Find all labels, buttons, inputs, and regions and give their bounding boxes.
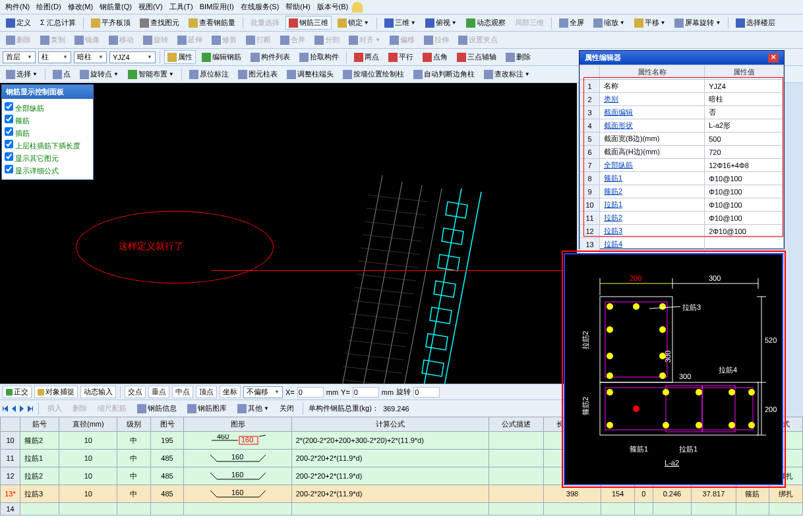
mirror-button[interactable]: 镜像 — [71, 33, 103, 47]
trim-button[interactable]: 修剪 — [208, 33, 240, 47]
nav-first-icon[interactable] — [3, 405, 8, 412]
dyn-button[interactable]: 动态观察 — [463, 16, 509, 30]
nav-next-icon[interactable] — [20, 405, 24, 412]
property-editor[interactable]: 属性编辑器 ✕ 属性名称属性值1名称YJZ42类别暗柱3截面编辑否4截面形状L-… — [579, 50, 785, 249]
pan-button[interactable]: 平移▼ — [631, 16, 669, 30]
property-row[interactable]: 3截面编辑否 — [580, 106, 784, 119]
para-button[interactable]: 平行 — [385, 50, 417, 64]
dyn-toggle[interactable]: 动态输入 — [80, 386, 116, 398]
property-row[interactable]: 9箍筋2Φ10@100 — [580, 185, 784, 198]
code-dropdown[interactable]: YJZ4▼ — [109, 51, 156, 63]
mid-toggle[interactable]: 中点 — [172, 386, 193, 398]
two-button[interactable]: 两点 — [351, 50, 382, 64]
property-row[interactable]: 4截面形状L-a2形 — [580, 119, 784, 133]
cpanel-checkbox[interactable]: 箍筋 — [5, 114, 90, 127]
top-toggle[interactable]: 顶点 — [196, 386, 217, 398]
sum-button[interactable]: Σ 汇总计算 — [37, 16, 79, 30]
table-button[interactable]: 图元柱表 — [235, 67, 281, 81]
property-row[interactable]: 2类别暗柱 — [580, 93, 784, 106]
chk-button[interactable]: 查改标注▼ — [481, 67, 533, 81]
property-row[interactable]: 7全部纵筋12Φ16+4Φ8 — [580, 159, 784, 172]
property-row[interactable]: 13拉筋4 — [580, 238, 784, 251]
prop-button[interactable]: 属性 — [164, 50, 196, 64]
menu-help[interactable]: 帮助(H) — [283, 1, 312, 13]
menu-rebar[interactable]: 钢筋量(Q) — [97, 1, 134, 13]
stretch-button[interactable]: 拉伸 — [421, 33, 452, 47]
wall-button[interactable]: 按墙位置绘制柱 — [340, 67, 407, 81]
cpanel-checkbox[interactable]: 全部纵筋 — [5, 102, 90, 114]
adjust-button[interactable]: 调整柱端头 — [283, 67, 337, 81]
insert-button[interactable]: 插入 — [44, 401, 65, 415]
full-button[interactable]: 全屏 — [556, 16, 587, 30]
rot-input[interactable] — [413, 387, 440, 398]
nav-prev-icon[interactable] — [12, 405, 16, 412]
perp-toggle[interactable]: 垂点 — [148, 386, 169, 398]
property-row[interactable]: 6截面高(H边)(mm)720 — [580, 146, 784, 159]
zoom-button[interactable]: 缩放▼ — [590, 16, 628, 30]
orig-button[interactable]: 原位标注 — [186, 67, 232, 81]
pick-button[interactable]: 拾取构件 — [296, 50, 342, 64]
offset-button[interactable]: 偏移 — [386, 33, 418, 47]
batch-button[interactable]: 批量选择 — [247, 16, 283, 30]
floor-button[interactable]: 选择楼层 — [732, 16, 779, 30]
flat-button[interactable]: 平齐板顶 — [88, 16, 134, 30]
other-button[interactable]: 其他▼ — [234, 401, 272, 415]
menu-view[interactable]: 视图(V) — [136, 1, 165, 13]
property-row[interactable]: 1名称YJZ4 — [580, 80, 784, 93]
type-dropdown[interactable]: 柱▼ — [38, 51, 71, 63]
cpanel-checkbox[interactable]: 插筋 — [5, 127, 90, 139]
menu-version[interactable]: 版本号(B) — [314, 1, 351, 13]
select-button[interactable]: 选择▼ — [3, 67, 41, 81]
menu-modify[interactable]: 修改(M) — [65, 1, 96, 13]
ortho-toggle[interactable]: 正交 — [3, 386, 32, 398]
close-button[interactable]: 关闭 — [276, 401, 297, 415]
extend-button[interactable]: 延伸 — [174, 33, 206, 47]
cpanel-checkbox[interactable]: 上层柱插筋下插长度 — [5, 139, 90, 152]
scale-button[interactable]: 缩尺配筋 — [94, 401, 130, 415]
break-button[interactable]: 打断 — [243, 33, 274, 47]
lock-button[interactable]: 锁定▼ — [334, 16, 372, 30]
property-row[interactable]: 12拉筋32Φ10@100 — [580, 225, 784, 238]
del2-button[interactable]: 删除 — [69, 401, 90, 415]
property-row[interactable]: 11拉筋2Φ10@100 — [580, 212, 784, 225]
cross-toggle[interactable]: 交点 — [125, 386, 146, 398]
corner-button[interactable]: 点角 — [419, 50, 451, 64]
menu-bim[interactable]: BIM应用(I) — [197, 1, 237, 13]
edit-rebar-button[interactable]: 编辑钢筋 — [198, 50, 245, 64]
rebar3d-button[interactable]: 钢筋三维 — [285, 16, 332, 30]
x-input[interactable] — [297, 387, 324, 398]
info-button[interactable]: 钢筋信息 — [134, 401, 180, 415]
grip-button[interactable]: 设置夹点 — [455, 33, 501, 47]
snap-toggle[interactable]: 对象捕捉 — [34, 386, 78, 398]
move-button[interactable]: 移动 — [105, 33, 137, 47]
lib-button[interactable]: 钢筋图库 — [184, 401, 230, 415]
menu-component[interactable]: 构件(N) — [3, 1, 32, 13]
del-button[interactable]: 删除 — [3, 33, 34, 47]
merge-button[interactable]: 合并 — [277, 33, 309, 47]
auto-button[interactable]: 自动判断边角柱 — [410, 67, 478, 81]
cpanel-checkbox[interactable]: 显示其它图元 — [5, 152, 90, 164]
property-titlebar[interactable]: 属性编辑器 ✕ — [580, 51, 784, 65]
delgrid-button[interactable]: 删除 — [502, 50, 534, 64]
rotate-button[interactable]: 旋转 — [140, 33, 171, 47]
cpanel-checkbox[interactable]: 显示详细公式 — [5, 164, 90, 177]
property-row[interactable]: 10拉筋1Φ10@100 — [580, 198, 784, 212]
find-button[interactable]: 查找图元 — [136, 16, 183, 30]
property-row[interactable]: 5截面宽(B边)(mm)500 — [580, 133, 784, 146]
sub-dropdown[interactable]: 暗柱▼ — [74, 51, 107, 63]
property-row[interactable]: 8箍筋1Φ10@100 — [580, 172, 784, 185]
define-button[interactable]: 定义 — [3, 16, 34, 30]
smart-button[interactable]: 智能布置▼ — [125, 67, 177, 81]
floor-dropdown[interactable]: 首层▼ — [3, 51, 36, 63]
menu-online[interactable]: 在线服务(S) — [238, 1, 282, 13]
split-button[interactable]: 分割 — [311, 33, 343, 47]
loc3d-button[interactable]: 局部三维 — [512, 16, 547, 30]
nav-last-icon[interactable] — [28, 405, 33, 412]
persp-button[interactable]: 俯视▼ — [422, 16, 460, 30]
list-button[interactable]: 构件列表 — [247, 50, 293, 64]
align-button[interactable]: 对齐▼ — [345, 33, 384, 47]
3d-button[interactable]: 三维▼ — [381, 16, 419, 30]
y-input[interactable] — [353, 387, 379, 398]
rebar-button[interactable]: 查看钢筋量 — [185, 16, 239, 30]
offset-dropdown[interactable]: 不偏移▼ — [243, 386, 283, 398]
